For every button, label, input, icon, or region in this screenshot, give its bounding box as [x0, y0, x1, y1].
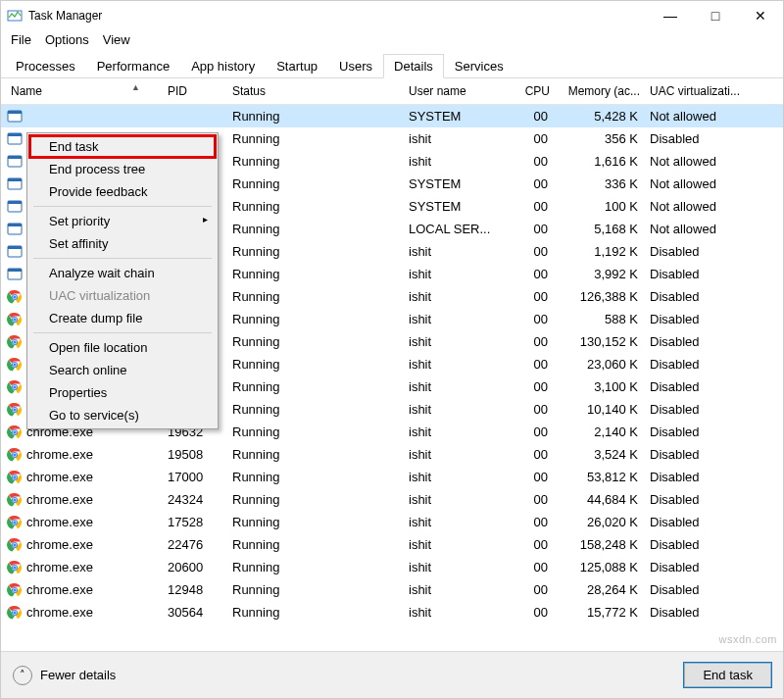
fewer-details-toggle[interactable]: ˄ Fewer details	[13, 666, 116, 685]
process-name: chrome.exe	[26, 578, 93, 601]
chrome-icon	[7, 289, 23, 305]
svg-point-36	[13, 385, 16, 388]
menu-options[interactable]: Options	[45, 32, 89, 47]
process-memory: 3,992 K	[556, 263, 646, 285]
table-row[interactable]: chrome.exe24324Runningishit0044,684 KDis…	[1, 488, 783, 511]
tab-startup[interactable]: Startup	[266, 54, 328, 78]
process-cpu: 00	[516, 398, 556, 421]
app-icon	[7, 109, 23, 125]
ctx-analyze-wait-chain[interactable]: Analyze wait chain	[29, 262, 216, 284]
ctx-separator	[33, 206, 212, 207]
table-row[interactable]: chrome.exe12948Runningishit0028,264 KDis…	[1, 578, 783, 601]
ctx-search-online[interactable]: Search online	[29, 359, 216, 381]
ctx-separator	[33, 332, 212, 333]
context-menu: End task End process tree Provide feedba…	[26, 132, 219, 429]
process-cpu: 00	[516, 150, 556, 173]
svg-rect-12	[8, 224, 22, 226]
process-user: SYSTEM	[409, 195, 516, 218]
maximize-button[interactable]: □	[693, 1, 738, 30]
table-row[interactable]: chrome.exe30564Runningishit0015,772 KDis…	[1, 601, 783, 620]
process-uac: Not allowed	[646, 218, 783, 240]
header-status[interactable]: Status	[232, 84, 409, 98]
process-user: ishit	[409, 240, 516, 263]
header-memory[interactable]: Memory (ac...	[556, 84, 646, 98]
process-memory: 10,140 K	[556, 398, 646, 421]
svg-point-64	[13, 543, 16, 546]
process-memory: 356 K	[556, 127, 646, 150]
ctx-end-process-tree[interactable]: End process tree	[29, 158, 216, 180]
process-memory: 2,140 K	[556, 421, 646, 443]
process-user: ishit	[409, 285, 516, 308]
process-cpu: 00	[516, 511, 556, 533]
ctx-open-file-location[interactable]: Open file location	[29, 336, 216, 359]
ctx-create-dump-file[interactable]: Create dump file	[29, 307, 216, 329]
process-memory: 53,812 K	[556, 466, 646, 488]
ctx-provide-feedback[interactable]: Provide feedback	[29, 180, 216, 203]
tab-services[interactable]: Services	[444, 54, 514, 78]
table-row[interactable]: chrome.exe20600Runningishit00125,088 KDi…	[1, 556, 783, 578]
ctx-set-affinity[interactable]: Set affinity	[29, 232, 216, 255]
table-row[interactable]: chrome.exe17000Runningishit0053,812 KDis…	[1, 466, 783, 488]
tabs: Processes Performance App history Startu…	[1, 53, 783, 78]
process-pid: 17528	[168, 511, 232, 533]
process-memory: 130,152 K	[556, 330, 646, 353]
process-memory: 158,248 K	[556, 533, 646, 556]
chrome-icon	[7, 470, 23, 485]
ctx-go-to-services[interactable]: Go to service(s)	[29, 404, 216, 426]
chrome-icon	[7, 560, 23, 575]
process-cpu: 00	[516, 195, 556, 218]
ctx-properties[interactable]: Properties	[29, 381, 216, 404]
process-uac: Disabled	[646, 127, 783, 150]
process-uac: Not allowed	[646, 173, 783, 195]
tab-app-history[interactable]: App history	[180, 54, 266, 78]
menu-view[interactable]: View	[103, 32, 130, 47]
table-row[interactable]: chrome.exe17528Runningishit0026,020 KDis…	[1, 511, 783, 533]
header-user[interactable]: User name	[409, 84, 516, 98]
close-button[interactable]: ✕	[738, 1, 783, 30]
process-name: chrome.exe	[26, 601, 93, 620]
process-uac: Disabled	[646, 375, 783, 398]
ctx-set-priority[interactable]: Set priority ▸	[29, 210, 216, 232]
svg-point-40	[13, 408, 16, 411]
process-pid: 19508	[168, 443, 232, 466]
process-cpu: 00	[516, 443, 556, 466]
header-uac[interactable]: UAC virtualizati...	[646, 84, 783, 98]
menu-file[interactable]: File	[11, 32, 31, 47]
svg-rect-14	[8, 246, 22, 249]
process-cpu: 00	[516, 240, 556, 263]
process-uac: Not allowed	[646, 195, 783, 218]
tab-performance[interactable]: Performance	[86, 54, 180, 78]
header-cpu[interactable]: CPU	[516, 84, 556, 98]
header-pid[interactable]: PID	[168, 84, 232, 98]
svg-point-24	[13, 318, 16, 321]
ctx-end-task[interactable]: End task	[28, 134, 217, 159]
svg-rect-16	[8, 269, 22, 272]
process-user: ishit	[409, 353, 516, 375]
table-row[interactable]: RunningSYSTEM005,428 KNot allowed	[1, 105, 783, 127]
submenu-arrow-icon: ▸	[203, 214, 208, 225]
process-cpu: 00	[516, 308, 556, 330]
process-pid	[168, 105, 232, 127]
minimize-button[interactable]: —	[648, 1, 693, 30]
process-uac: Disabled	[646, 398, 783, 421]
table-row[interactable]: chrome.exe22476Runningishit00158,248 KDi…	[1, 533, 783, 556]
process-pid: 12948	[168, 578, 232, 601]
process-user: ishit	[409, 556, 516, 578]
chrome-icon	[7, 515, 23, 530]
process-user: ishit	[409, 601, 516, 620]
process-status: Running	[232, 578, 409, 601]
process-status: Running	[232, 556, 409, 578]
tab-users[interactable]: Users	[328, 54, 383, 78]
table-row[interactable]: chrome.exe19508Runningishit003,524 KDisa…	[1, 443, 783, 466]
process-cpu: 00	[516, 533, 556, 556]
process-status: Running	[232, 466, 409, 488]
process-status: Running	[232, 601, 409, 620]
process-uac: Disabled	[646, 263, 783, 285]
end-task-button[interactable]: End task	[684, 663, 771, 687]
tab-processes[interactable]: Processes	[5, 54, 86, 78]
process-uac: Not allowed	[646, 150, 783, 173]
tab-details[interactable]: Details	[383, 54, 444, 78]
header-name[interactable]: Name ▲	[1, 84, 168, 98]
process-uac: Disabled	[646, 353, 783, 375]
process-status: Running	[232, 330, 409, 353]
